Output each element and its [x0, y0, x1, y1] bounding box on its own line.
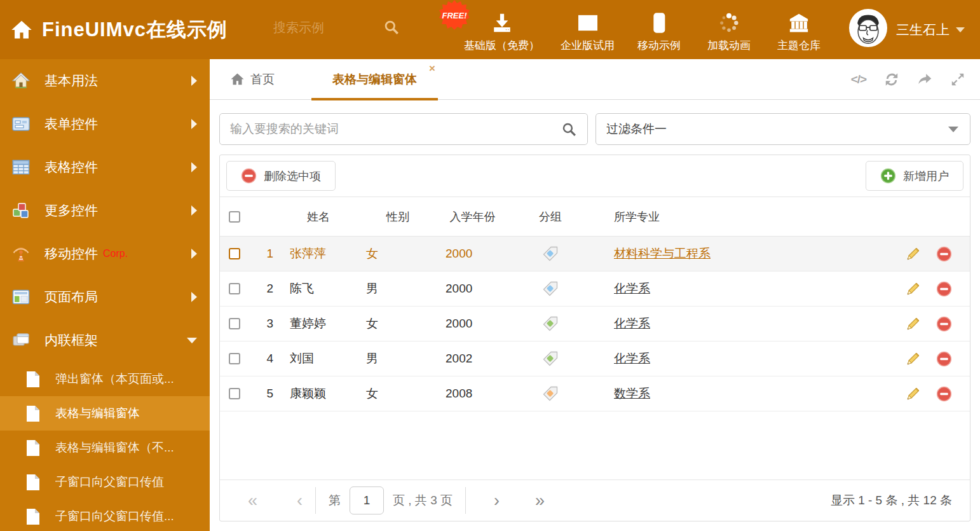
- refresh-icon[interactable]: [883, 71, 900, 88]
- header-nav-item[interactable]: 基础版（免费）: [462, 8, 541, 53]
- table-row[interactable]: 3 董婷婷 女 2000 化学系: [220, 307, 970, 341]
- column-header-name[interactable]: 姓名: [277, 209, 360, 224]
- sidebar-item[interactable]: 页面布局: [0, 275, 210, 319]
- corp-badge: Corp.: [103, 248, 128, 259]
- spinner-icon: [718, 8, 740, 34]
- header-nav-item[interactable]: 主题仓库: [773, 8, 824, 53]
- search-icon[interactable]: [561, 121, 577, 137]
- tab-home[interactable]: 首页: [230, 71, 275, 88]
- column-header-group[interactable]: 分组: [509, 209, 592, 224]
- cubes-icon: [11, 201, 31, 220]
- table-row[interactable]: 5 康颖颖 女 2008 数学系: [220, 376, 970, 411]
- major-link[interactable]: 化学系: [614, 282, 650, 295]
- sidebar-item[interactable]: 移动控件 Corp.: [0, 232, 210, 275]
- edit-icon[interactable]: [905, 316, 921, 332]
- row-checkbox[interactable]: [229, 283, 240, 294]
- app-header: FineUIMvc在线示例 FREE! 基础版（免费） 企业版试用: [0, 0, 980, 59]
- cell-year: 2000: [436, 317, 509, 331]
- edit-icon[interactable]: [905, 246, 921, 262]
- major-link[interactable]: 化学系: [614, 317, 650, 330]
- sidebar-subitem[interactable]: 表格与编辑窗体: [0, 396, 210, 431]
- close-icon[interactable]: ×: [429, 63, 435, 74]
- column-header-gender[interactable]: 性别: [360, 209, 436, 224]
- page-number-input[interactable]: [350, 486, 384, 514]
- table-empty-area: [220, 411, 970, 479]
- source-code-icon[interactable]: </>: [850, 71, 867, 88]
- row-checkbox[interactable]: [229, 248, 240, 259]
- app: FineUIMvc在线示例 FREE! 基础版（免费） 企业版试用: [0, 0, 980, 531]
- sidebar-item[interactable]: 内联框架: [0, 319, 210, 362]
- search-icon[interactable]: [383, 19, 400, 36]
- delete-icon[interactable]: [936, 316, 952, 332]
- tab-actions: </>: [850, 71, 966, 88]
- last-page-button[interactable]: »: [535, 492, 545, 509]
- filter-dropdown[interactable]: 过滤条件一: [595, 113, 970, 145]
- delete-icon[interactable]: [936, 246, 952, 262]
- delete-icon[interactable]: [936, 386, 952, 402]
- delete-icon[interactable]: [936, 351, 952, 367]
- row-checkbox[interactable]: [229, 353, 240, 364]
- row-checkbox[interactable]: [229, 388, 240, 399]
- prev-page-button[interactable]: ‹: [297, 492, 303, 509]
- cell-gender: 男: [360, 280, 436, 297]
- sidebar-subitem[interactable]: 子窗口向父窗口传值...: [0, 499, 210, 531]
- sidebar-subitem[interactable]: 表格与编辑窗体（不...: [0, 431, 210, 465]
- tag-icon: [542, 350, 559, 367]
- envelope-icon: [577, 8, 599, 34]
- user-avatar[interactable]: [849, 9, 887, 47]
- page-label-prefix: 第: [329, 492, 341, 509]
- header-nav-item[interactable]: 加载动画: [704, 8, 754, 53]
- antenna-icon: [11, 244, 31, 263]
- sidebar-item[interactable]: 更多控件: [0, 189, 210, 232]
- table-row[interactable]: 1 张萍萍 女 2000 材料科学与工程系: [220, 237, 970, 272]
- tag-icon: [542, 280, 559, 297]
- cell-gender: 女: [360, 315, 436, 332]
- major-link[interactable]: 数学系: [614, 387, 650, 400]
- home-icon: [11, 71, 31, 90]
- major-link[interactable]: 化学系: [614, 352, 650, 365]
- file-icon: [25, 371, 40, 388]
- row-number: 3: [248, 317, 277, 331]
- cell-year: 2000: [436, 282, 509, 296]
- sidebar-item[interactable]: 基本用法: [0, 59, 210, 102]
- submenu-arrow-icon: [191, 119, 197, 129]
- share-icon[interactable]: [916, 71, 933, 88]
- sidebar-subitem[interactable]: 弹出窗体（本页面或...: [0, 362, 210, 396]
- expand-icon[interactable]: [949, 71, 966, 88]
- row-number: 2: [248, 282, 277, 296]
- edit-icon[interactable]: [905, 351, 921, 367]
- tab-active[interactable]: 表格与编辑窗体 ×: [311, 59, 438, 100]
- select-all-checkbox[interactable]: [229, 211, 240, 223]
- header-search: [273, 19, 400, 36]
- home-icon[interactable]: [10, 18, 33, 41]
- first-page-button[interactable]: «: [248, 492, 257, 509]
- header-nav-item[interactable]: 移动示例: [634, 8, 684, 53]
- edit-icon[interactable]: [905, 386, 921, 402]
- user-menu[interactable]: 三生石上: [896, 21, 965, 39]
- delete-icon[interactable]: [936, 281, 952, 297]
- header-nav-item[interactable]: 企业版试用: [561, 8, 615, 53]
- major-link[interactable]: 材料科学与工程系: [614, 247, 711, 260]
- header-search-input[interactable]: [273, 20, 372, 35]
- sidebar-subitem[interactable]: 子窗口向父窗口传值: [0, 465, 210, 499]
- chevron-down-icon: [956, 27, 965, 32]
- keyword-search-input[interactable]: [220, 114, 587, 144]
- file-icon: [25, 405, 40, 422]
- sidebar-item[interactable]: 表单控件: [0, 102, 210, 146]
- record-summary: 显示 1 - 5 条 , 共 12 条: [831, 492, 952, 509]
- column-header-year[interactable]: 入学年份: [436, 209, 509, 224]
- column-header-major[interactable]: 所学专业: [592, 209, 887, 224]
- row-checkbox[interactable]: [229, 318, 240, 329]
- form-icon: [11, 114, 31, 134]
- file-icon: [25, 474, 40, 491]
- cell-year: 2008: [436, 387, 509, 401]
- frames-icon: [11, 331, 31, 350]
- plus-circle-icon: [880, 168, 896, 184]
- add-user-button[interactable]: 新增用户: [866, 161, 963, 191]
- table-row[interactable]: 2 陈飞 男 2000 化学系: [220, 272, 970, 307]
- edit-icon[interactable]: [905, 281, 921, 297]
- sidebar-item[interactable]: 表格控件: [0, 146, 210, 189]
- table-row[interactable]: 4 刘国 男 2002 化学系: [220, 341, 970, 376]
- delete-selected-button[interactable]: 删除选中项: [226, 161, 336, 191]
- next-page-button[interactable]: ›: [494, 492, 500, 509]
